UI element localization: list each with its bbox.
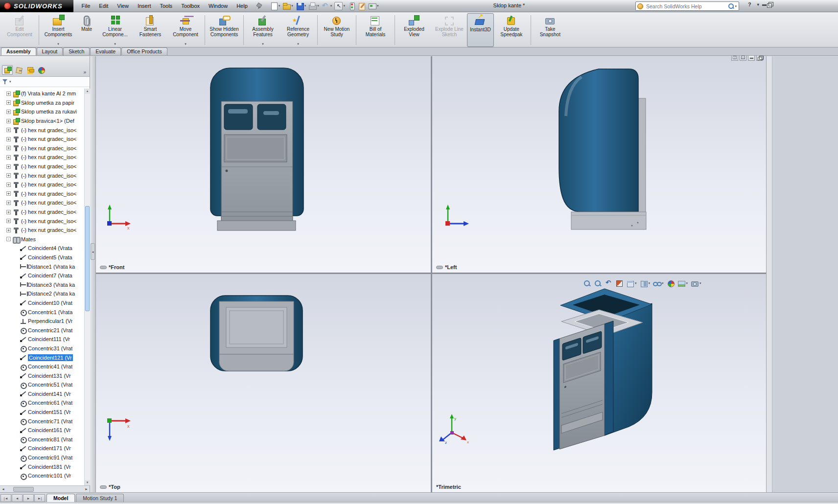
- ribbon-button-assembly-features[interactable]: Assembly Features▾: [245, 13, 280, 47]
- tree-item-concentric81-vrat[interactable]: Concentric81 (Vrat: [0, 435, 90, 444]
- viewport-trimetric[interactable]: ▾▾▾▾▾: [432, 274, 766, 492]
- tree-expander-icon[interactable]: +: [6, 155, 11, 160]
- tree-expander-icon[interactable]: +: [6, 183, 11, 187]
- ribbon-button-insert-components[interactable]: Insert Components▾: [41, 13, 76, 47]
- hscroll-left-icon[interactable]: ◄: [0, 486, 6, 492]
- dropdown-caret-icon[interactable]: ▾: [114, 42, 116, 47]
- viewport-left[interactable]: *Left: [432, 56, 766, 273]
- pin-icon[interactable]: [256, 3, 262, 9]
- ribbon-button-new-motion-study[interactable]: New Motion Study: [319, 13, 354, 47]
- tree-item-hex-nut-gradec-iso[interactable]: +(-) hex nut gradec_iso<: [0, 125, 90, 135]
- dropdown-caret-icon[interactable]: ▾: [317, 4, 319, 8]
- ribbon-button-mate[interactable]: Mate: [76, 13, 97, 47]
- tree-item-hex-nut-gradec-iso[interactable]: +(-) hex nut gradec_iso<: [0, 216, 90, 226]
- new-document-button[interactable]: ▾: [270, 2, 281, 10]
- tree-expander-icon[interactable]: +: [6, 219, 11, 223]
- save-icon[interactable]: [296, 2, 304, 10]
- tree-item-coincident151-vr[interactable]: Coincident151 (Vr: [0, 408, 90, 417]
- restore-button[interactable]: [767, 2, 772, 7]
- ribbon-button-edit-component[interactable]: Edit Component: [2, 13, 37, 47]
- dropdown-caret-icon[interactable]: ▾: [57, 42, 59, 47]
- rebuild-traffic-light-button[interactable]: [348, 2, 356, 10]
- tree-expander-icon[interactable]: +: [6, 119, 11, 123]
- select-cursor-button[interactable]: ▾: [334, 2, 346, 10]
- tree-item-concentric41-vrat[interactable]: Concentric41 (Vrat: [0, 362, 90, 371]
- search-dropdown-caret-icon[interactable]: ▾: [735, 4, 737, 8]
- top-view-model[interactable]: [96, 274, 431, 492]
- tree-item-hex-nut-gradec-iso[interactable]: +(-) hex nut gradec_iso<: [0, 135, 90, 144]
- tree-expander-icon[interactable]: +: [6, 228, 11, 232]
- panel-splitter[interactable]: ◄: [90, 56, 96, 492]
- bottom-tab-model[interactable]: Model: [47, 494, 75, 502]
- tree-item-distance1-vrata-ka[interactable]: Distance1 (Vrata ka: [0, 262, 90, 271]
- dropdown-caret-icon[interactable]: ▾: [297, 42, 299, 47]
- search-box[interactable]: ▾: [635, 1, 739, 11]
- dropdown-caret-icon[interactable]: ▾: [304, 4, 306, 8]
- open-folder-icon[interactable]: [282, 2, 291, 10]
- ribbon-button-instant3d[interactable]: Instant3D: [467, 13, 494, 47]
- tree-item-concentric101-vr[interactable]: Concentric101 (Vr: [0, 471, 90, 481]
- tree-item-hex-nut-gradec-iso[interactable]: +(-) hex nut gradec_iso<: [0, 153, 90, 162]
- front-view-model[interactable]: [96, 56, 431, 273]
- tree-item-coincident141-vr[interactable]: Coincident141 (Vr: [0, 389, 90, 399]
- left-view-model[interactable]: [432, 56, 766, 273]
- tab-layout[interactable]: Layout: [37, 47, 63, 55]
- tree-item-concentric71-vrat[interactable]: Concentric71 (Vrat: [0, 416, 90, 426]
- tree-item-coincident4-vrata[interactable]: Coincident4 (Vrata: [0, 244, 90, 253]
- tree-item-hex-nut-gradec-iso[interactable]: +(-) hex nut gradec_iso<: [0, 189, 90, 199]
- tree-item-concentric31-vrat[interactable]: Concentric31 (Vrat: [0, 344, 90, 353]
- tree-item-hex-nut-gradec-iso[interactable]: +(-) hex nut gradec_iso<: [0, 180, 90, 189]
- dropdown-caret-icon[interactable]: ▾: [330, 4, 332, 8]
- graphics-right-scrollbar[interactable]: [767, 56, 772, 492]
- vscroll-down-icon[interactable]: ▼: [85, 480, 90, 485]
- tab-office-products[interactable]: Office Products: [121, 47, 167, 55]
- menu-window[interactable]: Window: [204, 1, 232, 10]
- save-button[interactable]: ▾: [296, 2, 307, 10]
- tab-sketch[interactable]: Sketch: [63, 47, 90, 55]
- help-button[interactable]: ?: [748, 1, 751, 7]
- tree-item-perpendicular1-vr[interactable]: Perpendicular1 (Vr: [0, 317, 90, 326]
- trimetric-view-model[interactable]: [432, 274, 766, 492]
- tree-expander-icon[interactable]: +: [6, 146, 11, 150]
- menu-file[interactable]: File: [77, 1, 95, 10]
- filter-funnel-icon[interactable]: [2, 79, 8, 85]
- tree-expander-icon[interactable]: +: [6, 173, 11, 178]
- ribbon-button-take-snapshot[interactable]: Take Snapshot: [533, 13, 568, 47]
- tree-item-coincident111-vr[interactable]: Coincident111 (Vr: [0, 335, 90, 344]
- tree-item-distance3-vrata-ka[interactable]: Distance3 (Vrata ka: [0, 280, 90, 289]
- tab-evaluate[interactable]: Evaluate: [90, 47, 121, 55]
- file-properties-button[interactable]: [358, 2, 366, 10]
- tree-expander-icon[interactable]: +: [6, 137, 11, 141]
- tree-item-f-vrata-kante-al-2-mm[interactable]: +(f) Vrata kante Al 2 mm: [0, 89, 90, 98]
- viewport-front[interactable]: x *Front: [96, 56, 431, 273]
- tree-item-hex-nut-gradec-iso[interactable]: +(-) hex nut gradec_iso<: [0, 207, 90, 217]
- tree-item-coincident161-vr[interactable]: Coincident161 (Vr: [0, 426, 90, 435]
- panel-tab-configuration-manager[interactable]: [24, 65, 35, 75]
- ribbon-button-exploded-view[interactable]: Exploded View: [396, 13, 432, 47]
- tree-expander-icon[interactable]: +: [6, 92, 11, 96]
- tree-item-coincident131-vr[interactable]: Coincident131 (Vr: [0, 371, 90, 380]
- ribbon-button-linear-compone[interactable]: Linear Compone...▾: [97, 13, 133, 47]
- tree-vertical-scrollbar[interactable]: ▲ ▼: [84, 89, 90, 485]
- search-icon[interactable]: [728, 3, 734, 9]
- menu-help[interactable]: Help: [232, 1, 252, 10]
- tree-expander-icon[interactable]: +: [6, 210, 11, 214]
- ribbon-button-move-component[interactable]: Move Component▾: [168, 13, 203, 47]
- hscroll-thumb[interactable]: [13, 487, 34, 492]
- tree-item-hex-nut-gradec-iso[interactable]: +(-) hex nut gradec_iso<: [0, 144, 90, 153]
- tree-expander-icon[interactable]: +: [6, 201, 11, 205]
- tab-assembly[interactable]: Assembly: [1, 47, 36, 55]
- tree-item-concentric91-vrat[interactable]: Concentric91 (Vrat: [0, 453, 90, 462]
- dropdown-caret-icon[interactable]: ▾: [262, 42, 264, 47]
- tree-item-sklop-umetka-za-rukavi[interactable]: +Sklop umetka za rukavi: [0, 107, 90, 116]
- dropdown-caret-icon[interactable]: ▾: [185, 42, 186, 47]
- ribbon-button-update-speedpak[interactable]: Update Speedpak: [494, 13, 529, 47]
- options-screen-button[interactable]: ▾: [368, 2, 379, 10]
- panel-tab-property-manager[interactable]: [13, 65, 24, 75]
- bottom-tab-motion-study-1[interactable]: Motion Study 1: [76, 494, 124, 502]
- filter-caret-icon[interactable]: ▾: [9, 80, 11, 84]
- tree-expander-icon[interactable]: +: [6, 191, 11, 196]
- tree-item-coincident10-vrat[interactable]: Coincident10 (Vrat: [0, 298, 90, 308]
- dropdown-caret-icon[interactable]: ▾: [343, 4, 345, 8]
- undo-button[interactable]: ▾: [322, 2, 333, 10]
